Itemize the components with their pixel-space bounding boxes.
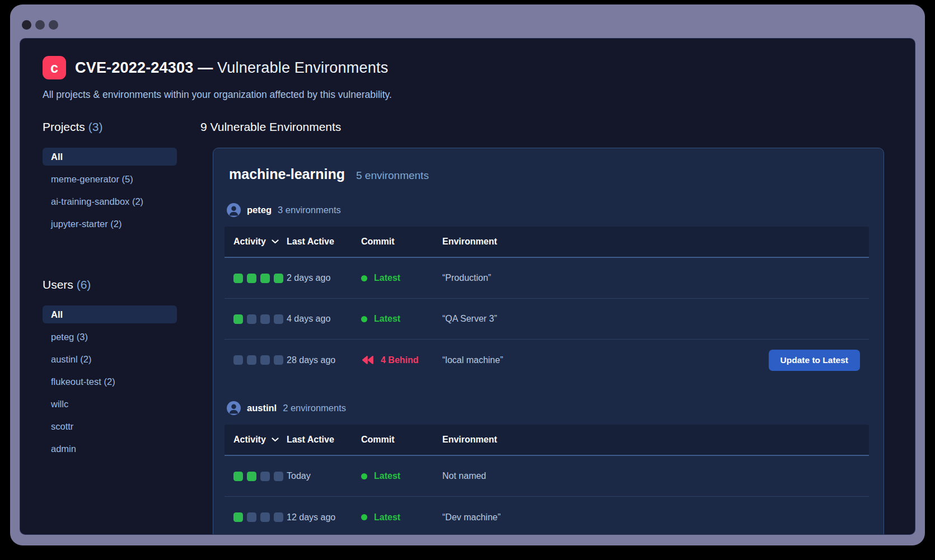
page-subtitle: All projects & environments within your … [43,88,892,101]
commit-label: Latest [374,273,400,283]
projects-count: (3) [88,120,103,133]
filters-sidebar: Projects (3) Allmeme-generator (5)ai-tra… [43,120,177,535]
environment-row: 12 days agoLatest“Dev machine” [225,497,869,535]
last-active-cell: Today [287,471,361,481]
environment-name-cell: “Dev machine” [442,512,860,523]
projects-list: Allmeme-generator (5)ai-training-sandbox… [43,148,177,233]
last-active-cell: 28 days ago [287,355,361,365]
window-dot-icon [35,20,45,30]
commit-label: Latest [374,314,400,324]
row-action-cell: Update to Latest [769,350,860,371]
sidebar-item-willc[interactable]: willc [43,395,177,413]
environments-table: ActivityLast ActiveCommitEnvironment2 da… [225,227,869,380]
sidebar-item-scottr[interactable]: scottr [43,417,177,435]
sidebar-item-all[interactable]: All [43,305,177,323]
sidebar-item-flukeout-test-2[interactable]: flukeout-test (2) [43,373,177,390]
user-group-header-austinl: austinl2 environments [227,401,869,415]
column-header-activity-label: Activity [233,237,266,247]
user-group-header-peteg: peteg3 environments [227,203,869,217]
project-name: machine-learning [229,166,345,182]
column-header-environment: Environment [442,435,860,445]
sidebar-item-admin[interactable]: admin [43,440,177,458]
sidebar-item-jupyter-starter-2[interactable]: jupyter-starter (2) [43,215,177,233]
column-header-activity-label: Activity [233,435,266,445]
environment-name-cell: “local machine” [442,355,769,365]
sidebar-item-all[interactable]: All [43,148,177,166]
environment-name-cell: “Production” [442,273,860,283]
app-panel: c CVE-2022-24303 — Vulnerable Environmen… [20,38,915,535]
activity-square-icon [233,472,243,481]
activity-square-icon [247,274,256,283]
commit-dot-icon [361,316,367,322]
activity-square-icon [274,274,283,283]
activity-indicator [233,314,287,324]
commit-status: Latest [361,471,442,481]
chevron-down-icon [272,239,279,244]
table-header-row: ActivityLast ActiveCommitEnvironment [225,227,869,258]
environment-name-cell: Not named [442,471,860,481]
commit-status: Latest [361,314,442,324]
commit-dot-icon [361,473,367,479]
projects-section-title: Projects (3) [43,120,177,134]
activity-indicator [233,512,287,522]
commit-status: Latest [361,273,442,283]
main-content: 9 Vulnerable Environments machine-learni… [200,120,915,535]
commit-dot-icon [361,514,367,520]
activity-indicator [233,355,287,365]
column-header-last-active: Last Active [287,435,361,445]
activity-indicator [233,274,287,283]
activity-square-icon [233,314,243,324]
activity-square-icon [260,355,270,365]
column-header-commit: Commit [361,237,442,247]
user-avatar-icon [227,203,241,217]
last-active-cell: 2 days ago [287,273,361,283]
project-env-count: 5 environments [356,170,429,182]
users-list: Allpeteg (3)austinl (2)flukeout-test (2)… [43,305,177,458]
page-title: CVE-2022-24303 — Vulnerable Environments [75,59,388,77]
column-header-activity[interactable]: Activity [233,237,287,247]
commit-label: Latest [374,512,400,523]
window-frame: c CVE-2022-24303 — Vulnerable Environmen… [10,4,925,545]
users-count: (6) [77,278,91,291]
projects-section: Projects (3) Allmeme-generator (5)ai-tra… [43,120,177,233]
project-card: machine-learning 5 environments peteg3 e… [213,148,884,535]
user-env-count: 2 environments [283,403,346,413]
sidebar-item-ai-training-sandbox-2[interactable]: ai-training-sandbox (2) [43,192,177,210]
column-header-activity[interactable]: Activity [233,435,287,445]
activity-square-icon [233,355,243,365]
column-header-environment: Environment [442,237,860,247]
user-name: peteg [247,205,272,215]
activity-square-icon [260,472,270,481]
commit-dot-icon [361,275,367,281]
environments-table: ActivityLast ActiveCommitEnvironmentToda… [225,425,869,535]
window-control-dots [22,20,58,30]
column-header-last-active: Last Active [287,237,361,247]
users-section-title: Users (6) [43,277,177,292]
sidebar-item-austinl-2[interactable]: austinl (2) [43,350,177,368]
sidebar-item-peteg-3[interactable]: peteg (3) [43,328,177,346]
activity-square-icon [260,512,270,522]
environment-row: 28 days ago4 Behind“local machine”Update… [225,340,869,380]
environment-groups: peteg3 environmentsActivityLast ActiveCo… [225,203,869,535]
window-dot-icon [49,20,58,30]
table-header-row: ActivityLast ActiveCommitEnvironment [225,425,869,456]
activity-square-icon [274,355,283,365]
activity-indicator [233,472,287,481]
last-active-cell: 4 days ago [287,314,361,324]
update-to-latest-button[interactable]: Update to Latest [769,350,860,371]
commit-label: 4 Behind [381,355,419,365]
users-section: Users (6) Allpeteg (3)austinl (2)flukeou… [43,277,177,458]
environment-row: TodayLatestNot named [225,456,869,497]
cve-badge-icon: c [43,56,66,79]
activity-square-icon [247,355,256,365]
activity-square-icon [274,314,283,324]
activity-square-icon [247,314,256,324]
sidebar-item-meme-generator-5[interactable]: meme-generator (5) [43,170,177,188]
commit-status: 4 Behind [361,355,442,365]
activity-square-icon [260,274,270,283]
activity-square-icon [274,472,283,481]
activity-square-icon [274,512,283,522]
vulnerable-environments-heading: 9 Vulnerable Environments [200,120,884,134]
environment-name-cell: “QA Server 3” [442,314,860,324]
column-header-commit: Commit [361,435,442,445]
